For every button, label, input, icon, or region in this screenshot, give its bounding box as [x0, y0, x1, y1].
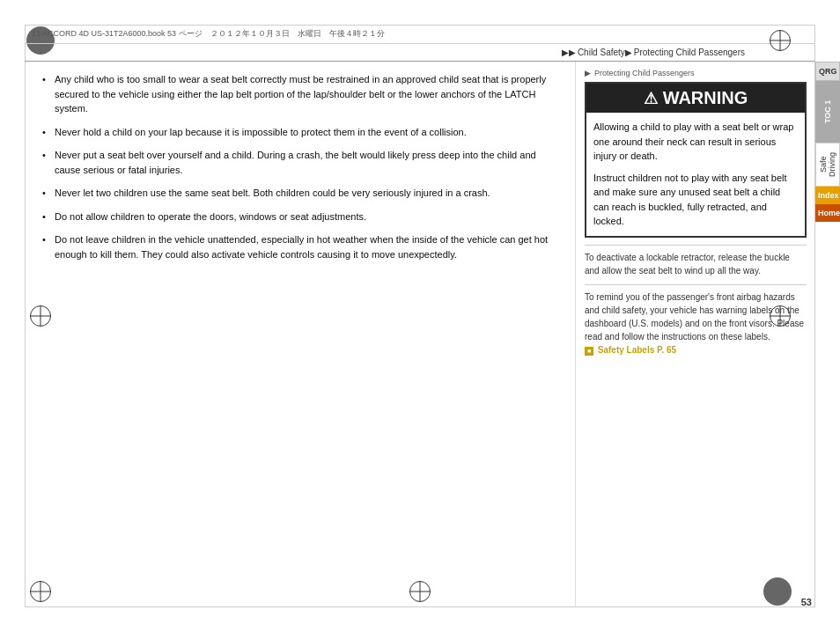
v-line-bl	[41, 581, 41, 602]
corner-marker-bl	[30, 581, 51, 602]
list-item: Never let two children use the same seat…	[42, 186, 561, 201]
tab-home[interactable]: Home	[815, 204, 840, 222]
breadcrumb-bar: ▶▶ Child Safety ▶ Protecting Child Passe…	[25, 44, 815, 62]
right-panel: ▶ Protecting Child Passengers ⚠ WARNING …	[576, 62, 815, 607]
breadcrumb-part1: Child Safety	[578, 48, 625, 57]
safety-link-icon: ■	[585, 347, 593, 356]
corner-marker-ml	[30, 305, 51, 327]
tab-toc-label: TOC 1	[823, 100, 832, 123]
warning-body2: Instruct children not to play with any s…	[593, 171, 798, 229]
main-content: Any child who is too small to wear a sea…	[25, 62, 815, 607]
warning-title: WARNING	[663, 88, 748, 108]
v-line-tr	[780, 30, 781, 51]
page-number: 53	[801, 597, 812, 607]
warning-header: ⚠ WARNING	[586, 84, 805, 113]
warning-body1: Allowing a child to play with a seat bel…	[593, 120, 798, 164]
warning-body: Allowing a child to play with a seat bel…	[586, 113, 805, 236]
v-line-mr	[780, 305, 781, 327]
breadcrumb-part2: Protecting Child Passengers	[634, 48, 745, 57]
list-item: Never put a seat belt over yourself and …	[42, 148, 561, 177]
tab-safe-driving-label: Safe Driving	[819, 152, 836, 177]
left-panel: Any child who is too small to wear a sea…	[25, 62, 576, 607]
warning-triangle-icon: ⚠	[644, 89, 658, 108]
bullet-list: Any child who is too small to wear a sea…	[42, 72, 561, 261]
warning-box: ⚠ WARNING Allowing a child to play with …	[585, 82, 807, 238]
list-item: Any child who is too small to wear a sea…	[42, 72, 561, 116]
tab-toc[interactable]: TOC 1	[815, 81, 840, 143]
v-line-ml	[41, 305, 41, 327]
safety-link-label: Safety Labels	[598, 345, 654, 355]
info-text1: To deactivate a lockable retractor, rele…	[585, 245, 807, 277]
corner-marker-bc	[409, 581, 431, 602]
section-label-icon: ▶	[585, 69, 591, 77]
sidebar-tabs: QRG TOC 1 Safe Driving Index Home	[815, 62, 840, 222]
tab-qrg[interactable]: QRG	[815, 62, 840, 81]
list-item: Do not leave children in the vehicle una…	[42, 232, 561, 261]
safety-link[interactable]: Safety Labels P. 65	[598, 345, 676, 355]
tab-index[interactable]: Index	[815, 187, 840, 204]
v-line-bc	[420, 581, 421, 602]
section-label: ▶ Protecting Child Passengers	[585, 69, 807, 77]
corner-marker-mr	[770, 305, 791, 327]
breadcrumb-arrow1: ▶▶	[562, 48, 576, 57]
breadcrumb-arrow2: ▶	[625, 48, 632, 57]
tab-safe-driving[interactable]: Safe Driving	[815, 143, 840, 187]
list-item: Do not allow children to operate the doo…	[42, 209, 561, 224]
safety-link-page: P. 65	[657, 345, 676, 355]
corner-marker-tr	[770, 30, 791, 51]
section-label-text: Protecting Child Passengers	[594, 69, 695, 77]
list-item: Never hold a child on your lap because i…	[42, 125, 561, 140]
